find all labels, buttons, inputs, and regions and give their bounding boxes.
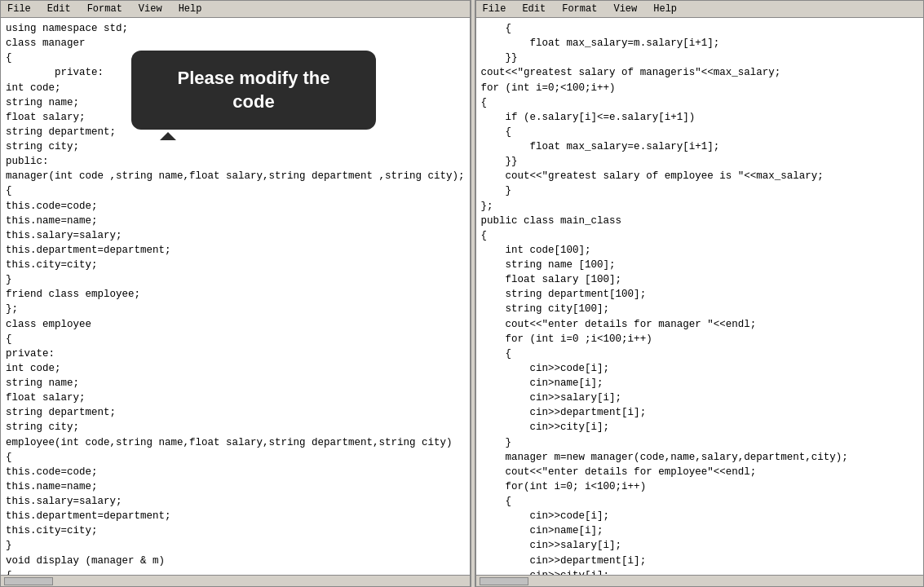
left-editor-pane: File Edit Format View Help using namespa…: [0, 0, 471, 587]
left-hscroll-thumb[interactable]: [4, 577, 53, 585]
left-menu-help[interactable]: Help: [175, 2, 206, 15]
tooltip-bubble: Please modify the code: [131, 51, 376, 130]
right-menu-file[interactable]: File: [480, 2, 510, 15]
left-menu-file[interactable]: File: [4, 2, 34, 15]
right-editor-pane: File Edit Format View Help { float max_s…: [475, 0, 924, 587]
right-menu-help[interactable]: Help: [650, 2, 680, 15]
right-menu-bar: File Edit Format View Help: [476, 1, 923, 18]
left-scrollbar-bottom[interactable]: [1, 575, 470, 586]
right-hscroll-thumb[interactable]: [480, 577, 528, 585]
right-scrollbar-bottom[interactable]: [476, 575, 923, 586]
left-code-area: using namespace std; class manager { pri…: [1, 18, 470, 575]
left-menu-edit[interactable]: Edit: [44, 2, 74, 15]
right-menu-view[interactable]: View: [610, 2, 640, 15]
left-menu-view[interactable]: View: [135, 2, 166, 15]
right-menu-format[interactable]: Format: [559, 2, 600, 15]
left-menu-format[interactable]: Format: [84, 2, 126, 15]
left-menu-bar: File Edit Format View Help: [1, 1, 470, 18]
right-code-content: { float max_salary=m.salary[i+1]; }} cou…: [481, 21, 918, 575]
right-menu-edit[interactable]: Edit: [519, 2, 549, 15]
right-code-scroll[interactable]: { float max_salary=m.salary[i+1]; }} cou…: [476, 18, 923, 575]
right-code-area: { float max_salary=m.salary[i+1]; }} cou…: [476, 18, 923, 575]
